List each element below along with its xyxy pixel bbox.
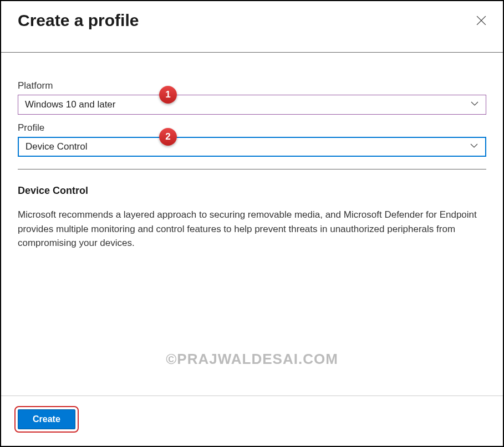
close-icon bbox=[476, 18, 486, 27]
annotation-badge-1: 1 bbox=[159, 86, 177, 104]
annotation-badge-2: 2 bbox=[159, 128, 177, 146]
dialog-title: Create a profile bbox=[18, 11, 139, 30]
close-button[interactable] bbox=[476, 16, 486, 28]
dialog-header: Create a profile bbox=[1, 1, 503, 53]
dialog-footer: Create bbox=[1, 395, 503, 446]
platform-label: Platform bbox=[18, 80, 486, 91]
section-divider bbox=[18, 169, 486, 169]
platform-value: Windows 10 and later bbox=[25, 99, 115, 110]
section-description: Microsoft recommends a layered approach … bbox=[18, 208, 486, 250]
create-button[interactable]: Create bbox=[18, 409, 75, 429]
chevron-down-icon bbox=[470, 141, 478, 153]
profile-value: Device Control bbox=[26, 141, 88, 152]
profile-dropdown[interactable]: Device Control bbox=[18, 137, 486, 157]
platform-field-wrap: Windows 10 and later 1 bbox=[18, 95, 486, 115]
platform-dropdown[interactable]: Windows 10 and later bbox=[18, 95, 486, 115]
watermark: ©PRAJWALDESAI.COM bbox=[166, 351, 338, 368]
dialog-content: Platform Windows 10 and later 1 Profile … bbox=[1, 53, 503, 395]
section-title: Device Control bbox=[18, 185, 486, 197]
create-button-highlight: Create bbox=[14, 406, 79, 433]
profile-label: Profile bbox=[18, 122, 486, 133]
chevron-down-icon bbox=[470, 99, 479, 111]
profile-field-wrap: Device Control 2 bbox=[18, 137, 486, 157]
